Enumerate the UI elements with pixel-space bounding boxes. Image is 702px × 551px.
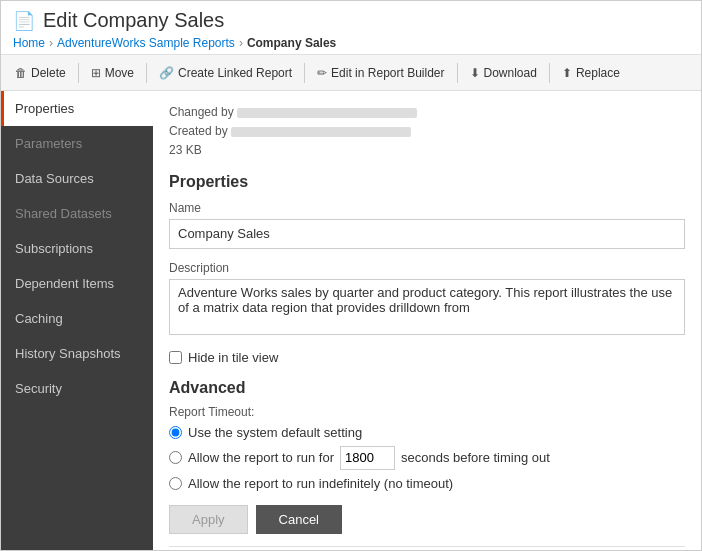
name-label: Name <box>169 201 685 215</box>
breadcrumb-section[interactable]: AdventureWorks Sample Reports <box>57 36 235 50</box>
file-size: 23 KB <box>169 143 202 157</box>
button-row: Apply Cancel <box>169 505 685 534</box>
breadcrumb: Home › AdventureWorks Sample Reports › C… <box>13 36 689 50</box>
radio-system-default-row: Use the system default setting <box>169 425 685 440</box>
name-input[interactable] <box>169 219 685 249</box>
description-input[interactable]: Adventure Works sales by quarter and pro… <box>169 279 685 335</box>
toolbar-divider-3 <box>304 63 305 83</box>
delete-icon: 🗑 <box>15 66 27 80</box>
link-icon: 🔗 <box>159 66 174 80</box>
page-title: 📄 Edit Company Sales <box>13 9 689 32</box>
radio-system-default-label[interactable]: Use the system default setting <box>188 425 362 440</box>
radio-indefinitely-label[interactable]: Allow the report to run indefinitely (no… <box>188 476 453 491</box>
edit-builder-button[interactable]: ✏ Edit in Report Builder <box>307 55 454 91</box>
radio-allow-run-label[interactable]: Allow the report to run for <box>188 450 334 465</box>
report-timeout-label: Report Timeout: <box>169 405 685 419</box>
edit-icon: ✏ <box>317 66 327 80</box>
toolbar-divider-2 <box>146 63 147 83</box>
breadcrumb-sep-2: › <box>239 36 243 50</box>
sidebar-item-history-snapshots[interactable]: History Snapshots <box>1 336 153 371</box>
breadcrumb-home[interactable]: Home <box>13 36 45 50</box>
sidebar-item-subscriptions[interactable]: Subscriptions <box>1 231 153 266</box>
move-button[interactable]: ⊞ Move <box>81 55 144 91</box>
toolbar-divider-5 <box>549 63 550 83</box>
replace-icon: ⬆ <box>562 66 572 80</box>
sidebar-item-security[interactable]: Security <box>1 371 153 406</box>
breadcrumb-sep-1: › <box>49 36 53 50</box>
sidebar-item-parameters: Parameters <box>1 126 153 161</box>
properties-section-title: Properties <box>169 173 685 191</box>
radio-group-timeout: Use the system default setting Allow the… <box>169 425 685 491</box>
created-by-value <box>231 127 411 137</box>
description-label: Description <box>169 261 685 275</box>
cancel-button[interactable]: Cancel <box>256 505 342 534</box>
download-button[interactable]: ⬇ Download <box>460 55 547 91</box>
changed-by-label: Changed by <box>169 105 234 119</box>
sidebar: Properties Parameters Data Sources Share… <box>1 91 153 550</box>
apply-button[interactable]: Apply <box>169 505 248 534</box>
radio-indefinitely-row: Allow the report to run indefinitely (no… <box>169 476 685 491</box>
sidebar-item-data-sources[interactable]: Data Sources <box>1 161 153 196</box>
footer-note: Create a linked report when you want to … <box>169 546 685 550</box>
meta-info: Changed by Created by 23 KB <box>169 103 685 161</box>
replace-button[interactable]: ⬆ Replace <box>552 55 630 91</box>
hide-in-tile-label[interactable]: Hide in tile view <box>188 350 278 365</box>
breadcrumb-current: Company Sales <box>247 36 336 50</box>
radio-system-default[interactable] <box>169 426 182 439</box>
create-linked-button[interactable]: 🔗 Create Linked Report <box>149 55 302 91</box>
radio-allow-run-row: Allow the report to run for seconds befo… <box>169 446 685 470</box>
delete-button[interactable]: 🗑 Delete <box>5 55 76 91</box>
timeout-value-input[interactable] <box>340 446 395 470</box>
main-content: Changed by Created by 23 KB Properties N… <box>153 91 701 550</box>
hide-in-tile-checkbox[interactable] <box>169 351 182 364</box>
radio-indefinitely[interactable] <box>169 477 182 490</box>
report-icon: 📄 <box>13 10 35 32</box>
hide-in-tile-row: Hide in tile view <box>169 350 685 365</box>
name-field-group: Name <box>169 201 685 249</box>
radio-allow-run[interactable] <box>169 451 182 464</box>
created-by-label: Created by <box>169 124 228 138</box>
sidebar-item-shared-datasets: Shared Datasets <box>1 196 153 231</box>
move-icon: ⊞ <box>91 66 101 80</box>
toolbar-divider-1 <box>78 63 79 83</box>
description-field-group: Description Adventure Works sales by qua… <box>169 261 685 338</box>
sidebar-item-properties[interactable]: Properties <box>1 91 153 126</box>
toolbar: 🗑 Delete ⊞ Move 🔗 Create Linked Report ✏… <box>1 55 701 91</box>
toolbar-divider-4 <box>457 63 458 83</box>
advanced-section-title: Advanced <box>169 379 685 397</box>
timeout-unit: seconds before timing out <box>401 450 550 465</box>
sidebar-item-dependent-items[interactable]: Dependent Items <box>1 266 153 301</box>
download-icon: ⬇ <box>470 66 480 80</box>
changed-by-value <box>237 108 417 118</box>
sidebar-item-caching[interactable]: Caching <box>1 301 153 336</box>
